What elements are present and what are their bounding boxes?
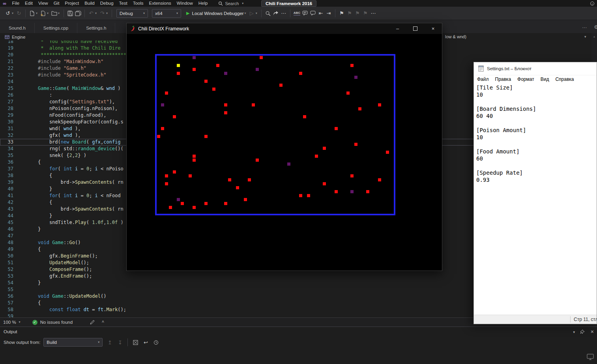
save-all-icon[interactable] [75, 9, 81, 17]
decrease-indent-icon[interactable]: ⇤ [318, 9, 324, 17]
play-icon: ▶ [186, 11, 189, 16]
member-dropdown[interactable]: low & wnd) [445, 34, 466, 39]
menu-item-help[interactable]: Help [196, 0, 211, 7]
food-cell [212, 88, 215, 91]
game-client-area [127, 34, 442, 271]
code-text: Game::Game( MainWindow& wnd ) [38, 85, 121, 92]
clear-bookmarks-icon[interactable]: ⚑ [362, 9, 369, 17]
menu-item-edit[interactable]: Edit [22, 0, 36, 7]
toolbar-overflow-icon[interactable]: ⋯ [281, 9, 287, 17]
previous-bookmark-icon[interactable]: ⚑ [346, 9, 353, 17]
platform-dropdown[interactable]: x64 ▾ [152, 9, 181, 18]
previous-message-icon[interactable]: ↥ [106, 338, 113, 346]
chevron-down-icon[interactable]: ▾ [58, 11, 60, 15]
word-wrap-icon[interactable]: ↩ [142, 338, 149, 346]
navigate-forward-icon[interactable]: ↻ [16, 9, 22, 17]
chevron-down-icon[interactable]: ▾ [573, 330, 575, 334]
tab-sound.h[interactable]: Sound.h [0, 23, 35, 33]
chevron-down-icon[interactable]: ▾ [256, 11, 257, 15]
chevron-down-icon[interactable]: ▾ [95, 11, 97, 15]
share-icon[interactable] [273, 9, 279, 17]
close-button[interactable]: × [424, 23, 442, 34]
chevron-down-icon[interactable]: ▾ [245, 11, 246, 15]
np-menu-item-вид[interactable]: Вид [537, 77, 552, 82]
code-health-indicator[interactable]: ✓ No issues found [32, 320, 73, 325]
spell-check-icon[interactable]: ABC [294, 9, 300, 17]
gear-icon[interactable]: ⚙ [594, 24, 597, 30]
food-cell [299, 194, 302, 197]
menu-item-git[interactable]: Git [51, 0, 62, 7]
food-cell [252, 103, 255, 106]
food-cell [169, 206, 172, 209]
chevron-down-icon[interactable]: ▾ [36, 11, 37, 15]
code-text: brd(new Board( gfx,config [38, 139, 121, 146]
clear-all-icon[interactable] [132, 338, 139, 346]
increase-indent-icon[interactable]: ⇥ [326, 9, 332, 17]
start-without-debugging-icon[interactable]: ▷ [249, 9, 255, 17]
menu-item-tools[interactable]: Tools [130, 0, 146, 7]
toggle-bookmark-icon[interactable]: ⚑ [339, 9, 345, 17]
game-title-bar[interactable]: Chili DirectX Framework – × [127, 23, 442, 34]
line-number: 56 [0, 293, 13, 300]
line-number: 33 [0, 139, 13, 146]
history-icon[interactable] [152, 338, 159, 346]
tab-settings.cpp[interactable]: Settings.cpp [35, 23, 77, 33]
configuration-dropdown[interactable]: Debug ▾ [116, 9, 148, 18]
start-debugging-button[interactable]: ▶ Local Windows Debugger [186, 11, 244, 16]
menu-item-test[interactable]: Test [116, 0, 130, 7]
notepad-title-bar[interactable]: Settings.txt – Блокнот [474, 62, 597, 75]
feedback-icon[interactable] [590, 1, 595, 6]
tab-overflow-icon[interactable]: ⋯ [582, 25, 587, 30]
np-menu-item-формат[interactable]: Формат [514, 77, 537, 82]
redo-icon[interactable]: ↷ [99, 9, 105, 17]
search-box[interactable]: Search ▾ [216, 0, 246, 6]
menu-item-window[interactable]: Window [174, 0, 196, 7]
notepad-status-bar: Стр 11, стл [474, 315, 597, 324]
scroll-up-icon[interactable]: ▲ [591, 35, 597, 38]
np-menu-item-файл[interactable]: Файл [474, 77, 492, 82]
close-icon[interactable]: × [591, 329, 594, 335]
minimize-button[interactable]: – [389, 23, 406, 34]
chevron-down-icon[interactable]: ▾ [584, 35, 586, 39]
comment-icon[interactable] [302, 9, 308, 17]
settings-line [476, 162, 597, 169]
next-message-icon[interactable]: ↧ [116, 338, 124, 346]
maximize-button[interactable] [406, 23, 424, 34]
bookmarks-overflow-icon[interactable]: ⋯ [370, 9, 376, 17]
find-in-files-icon[interactable] [265, 9, 271, 17]
code-text: #include "MainWindow.h" [38, 58, 103, 65]
save-icon[interactable] [67, 9, 73, 17]
chevron-down-icon[interactable]: ▾ [106, 11, 108, 15]
chevron-down-icon[interactable]: ▾ [12, 11, 13, 15]
menu-item-build[interactable]: Build [82, 0, 97, 7]
pin-icon[interactable] [580, 329, 585, 334]
notepad-text-area[interactable]: [Tile Size]10 [Board Dimensions]60 40 [P… [474, 83, 597, 315]
menu-item-debug[interactable]: Debug [97, 0, 116, 7]
menu-item-view[interactable]: View [36, 0, 51, 7]
uncomment-icon[interactable] [310, 9, 316, 17]
new-file-icon[interactable] [29, 9, 35, 17]
add-item-icon[interactable] [40, 9, 46, 17]
chevron-down-icon[interactable]: ▾ [47, 11, 49, 15]
np-menu-item-справка[interactable]: Справка [552, 77, 577, 82]
navigate-back-icon[interactable]: ↺ [5, 9, 11, 17]
game-window-title: Chili DirectX Framework [138, 26, 189, 32]
code-text: * along with The Chili Dire [38, 45, 121, 52]
zoom-dropdown[interactable]: 100 % ▾ [3, 320, 21, 325]
chevron-up-icon[interactable]: ^ [102, 320, 104, 325]
food-cell [335, 127, 338, 130]
open-file-icon[interactable] [51, 9, 57, 17]
np-menu-item-правка[interactable]: Правка [492, 77, 515, 82]
menu-item-project[interactable]: Project [62, 0, 82, 7]
undo-icon[interactable]: ↶ [88, 9, 94, 17]
menu-item-file[interactable]: File [9, 0, 22, 7]
line-number: 35 [0, 152, 13, 159]
menu-item-extensions[interactable]: Extensions [146, 0, 174, 7]
tab-settings.h[interactable]: Settings.h [77, 23, 115, 33]
next-bookmark-icon[interactable]: ⚑ [354, 9, 361, 17]
monitor-icon[interactable] [587, 353, 594, 360]
separator [290, 9, 290, 17]
code-cleanup-icon[interactable] [89, 318, 95, 326]
project-dropdown[interactable]: Engine [2, 34, 28, 40]
output-source-dropdown[interactable]: Build ▾ [43, 338, 103, 347]
